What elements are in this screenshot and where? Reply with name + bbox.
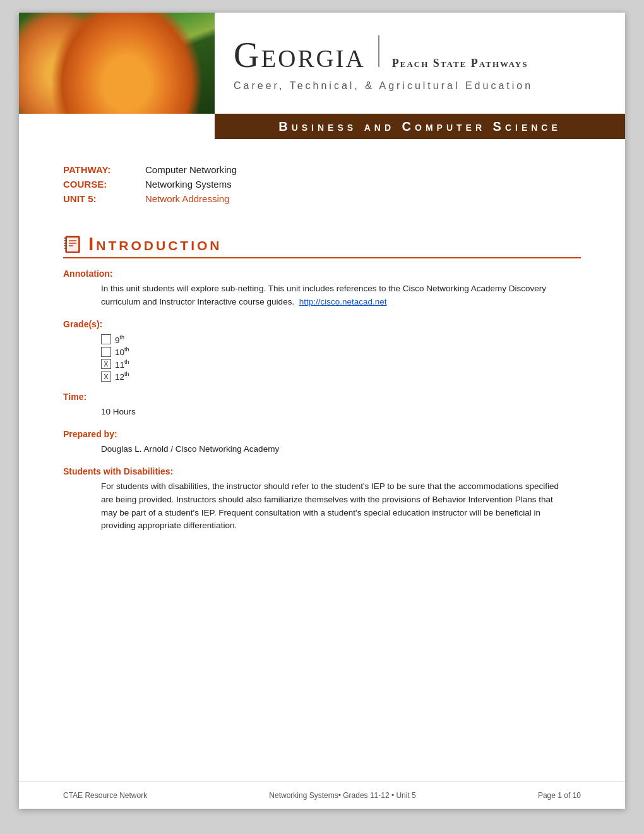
course-value: Networking Systems [145, 179, 232, 190]
prepared-value: Douglas L. Arnold / Cisco Networking Aca… [63, 443, 581, 456]
georgia-title-area: Georgia Peach State Pathways [234, 35, 612, 75]
prepared-label: Prepared by: [63, 429, 581, 439]
svg-rect-1 [67, 238, 78, 251]
grade-10-row: 10th [101, 346, 581, 357]
peach-state-label: Peach State Pathways [392, 57, 528, 70]
grades-label: Grade(s): [63, 319, 581, 329]
footer-left: CTAE Resource Network [63, 791, 147, 800]
footer-right: Page 1 of 10 [538, 791, 581, 800]
pathway-row: PATHWAY: Computer Networking [63, 164, 581, 175]
svg-rect-8 [64, 245, 67, 246]
header-image [19, 13, 215, 114]
grade-9-row: 9th [101, 334, 581, 345]
grade-11-checkbox[interactable]: X [101, 359, 111, 369]
annotation-text: In this unit students will explore sub-n… [63, 282, 581, 309]
cisco-link[interactable]: http://cisco.netacad.net [299, 297, 387, 306]
annotation-label: Annotation: [63, 269, 581, 279]
grade-10-label: 10th [115, 346, 129, 357]
peach-illustration [19, 13, 215, 114]
footer: CTAE Resource Network Networking Systems… [19, 782, 625, 809]
intro-section: Introduction Annotation: In this unit st… [63, 233, 581, 533]
grade-10-checkbox[interactable] [101, 347, 111, 357]
grade-12-label: 12th [115, 371, 129, 382]
course-label: COURSE: [63, 179, 145, 190]
pathway-label: PATHWAY: [63, 164, 145, 175]
info-table: PATHWAY: Computer Networking COURSE: Net… [63, 164, 581, 208]
disabilities-label: Students with Disabilities: [63, 466, 581, 476]
content-area: PATHWAY: Computer Networking COURSE: Net… [19, 139, 625, 782]
svg-rect-9 [64, 248, 67, 249]
department-bar: Business and Computer Science [215, 114, 625, 139]
page: Georgia Peach State Pathways Career, Tec… [19, 13, 625, 809]
grade-9-checkbox[interactable] [101, 334, 111, 344]
svg-rect-6 [64, 240, 67, 241]
time-label: Time: [63, 392, 581, 402]
grade-11-row: X 11th [101, 359, 581, 370]
course-row: COURSE: Networking Systems [63, 179, 581, 190]
grades-container: 9th 10th X 11th X 12th [63, 334, 581, 382]
intro-heading: Introduction [63, 233, 581, 258]
time-value: 10 Hours [63, 406, 581, 419]
unit-row: UNIT 5: Network Addressing [63, 193, 581, 204]
grade-9-label: 9th [115, 334, 124, 345]
header-subtitle: Career, Technical, & Agricultural Educat… [234, 80, 612, 92]
grade-12-checkbox[interactable]: X [101, 372, 111, 382]
header: Georgia Peach State Pathways Career, Tec… [19, 13, 625, 139]
intro-heading-text: Introduction [88, 233, 222, 255]
svg-rect-5 [64, 238, 67, 239]
grade-11-label: 11th [115, 359, 129, 370]
footer-center: Networking Systems• Grades 11-12 • Unit … [269, 791, 416, 800]
unit-value: Network Addressing [145, 193, 229, 204]
department-label: Business and Computer Science [278, 119, 561, 134]
notebook-icon [63, 235, 83, 253]
unit-label: UNIT 5: [63, 193, 145, 204]
header-divider [378, 35, 379, 67]
georgia-word: Georgia [234, 35, 366, 75]
disabilities-text: For students with disabilities, the inst… [63, 480, 581, 533]
pathway-value: Computer Networking [145, 164, 237, 175]
grade-12-row: X 12th [101, 371, 581, 382]
svg-rect-7 [64, 243, 67, 244]
header-right: Georgia Peach State Pathways Career, Tec… [215, 13, 625, 114]
